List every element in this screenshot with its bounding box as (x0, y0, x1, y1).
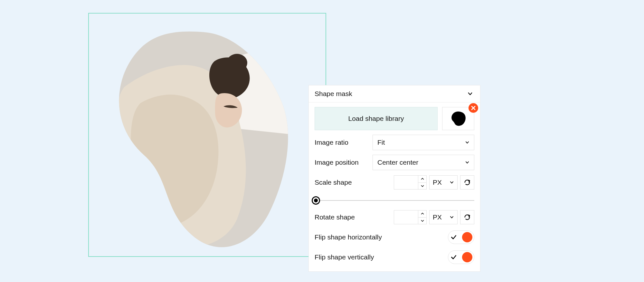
caret-up-icon (421, 213, 424, 215)
image-position-label: Image position (315, 159, 359, 166)
blob-shape-icon (450, 111, 467, 126)
reset-icon (464, 179, 471, 186)
panel-title: Shape mask (315, 90, 352, 98)
masked-image[interactable] (102, 19, 298, 258)
flip-vertical-toggle[interactable] (448, 250, 474, 264)
remove-shape-button[interactable] (469, 103, 478, 113)
caret-down-icon (421, 185, 424, 187)
scale-shape-input[interactable] (394, 175, 427, 190)
chevron-down-icon (465, 140, 469, 145)
rotate-unit-value: PX (433, 213, 442, 221)
shape-mask-panel: Shape mask Load shape library Image rati… (308, 85, 480, 272)
load-shape-library-button[interactable]: Load shape library (315, 107, 438, 130)
chevron-down-icon (467, 91, 473, 97)
scale-reset-button[interactable] (460, 175, 474, 190)
caret-up-icon (421, 178, 424, 180)
rotate-step-down[interactable] (418, 218, 426, 224)
reset-icon (464, 214, 471, 221)
canvas-frame (88, 13, 326, 257)
image-position-value: Center center (377, 159, 418, 166)
rotate-step-up[interactable] (418, 210, 426, 218)
flip-horizontal-toggle[interactable] (448, 230, 474, 244)
scale-unit-select[interactable]: PX (429, 175, 458, 190)
toggle-knob (462, 232, 472, 242)
rotate-reset-button[interactable] (460, 210, 474, 224)
panel-header[interactable]: Shape mask (309, 85, 480, 102)
rotate-unit-select[interactable]: PX (429, 210, 458, 224)
scale-slider-thumb[interactable] (312, 196, 320, 205)
flip-horizontal-label: Flip shape horizontally (315, 233, 382, 241)
load-shape-library-label: Load shape library (348, 115, 404, 122)
rotate-shape-value[interactable] (394, 210, 418, 224)
rotate-shape-label: Rotate shape (315, 213, 355, 221)
image-position-select[interactable]: Center center (373, 155, 474, 170)
check-icon (450, 254, 458, 260)
scale-step-down[interactable] (418, 183, 426, 190)
scale-slider[interactable] (315, 196, 474, 205)
chevron-down-icon (465, 160, 469, 165)
check-icon (450, 234, 458, 240)
image-ratio-label: Image ratio (315, 139, 348, 146)
scale-shape-label: Scale shape (315, 179, 352, 186)
panel-body: Load shape library Image ratio Fit (309, 102, 480, 271)
image-ratio-value: Fit (377, 139, 385, 146)
chevron-down-icon (450, 180, 454, 185)
scale-shape-value[interactable] (394, 176, 418, 189)
image-ratio-select[interactable]: Fit (373, 135, 474, 150)
scale-unit-value: PX (433, 179, 442, 186)
close-icon (471, 105, 476, 111)
toggle-knob (462, 252, 472, 262)
svg-point-2 (227, 54, 247, 72)
rotate-shape-input[interactable] (394, 210, 427, 224)
scale-step-up[interactable] (418, 176, 426, 183)
flip-vertical-label: Flip shape vertically (315, 253, 374, 261)
caret-down-icon (421, 220, 424, 222)
chevron-down-icon (450, 215, 454, 219)
